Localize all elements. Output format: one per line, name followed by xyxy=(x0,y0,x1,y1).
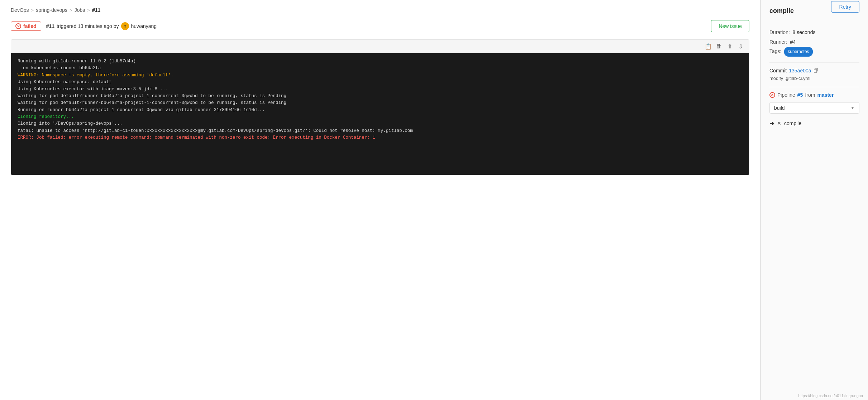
breadcrumb-sep-1: > xyxy=(31,8,34,13)
job-header-left: ✕ failed #11 triggered 13 minutes ago by… xyxy=(11,22,157,31)
breadcrumb-sep-3: > xyxy=(87,8,90,13)
breadcrumb-devops[interactable]: DevOps xyxy=(11,7,29,13)
job-info: #11 triggered 13 minutes ago by ⚙ huwany… xyxy=(46,22,157,30)
terminal-line-6: Waiting for pod default/runner-bb64a2fa-… xyxy=(18,100,743,106)
terminal-toolbar: 📋 🗑 ⇧ ⇩ xyxy=(11,40,749,53)
pipeline-from-text: from xyxy=(805,92,815,98)
breadcrumb-jobs[interactable]: Jobs xyxy=(75,7,85,13)
tags-row: Tags: kubernetes xyxy=(769,47,859,57)
stage-dropdown-label: build xyxy=(774,105,785,111)
terminal-line-9: Cloning into '/DevOps/spring-devops'... xyxy=(18,120,743,127)
job-pipeline-item: ➔ ✕ compile xyxy=(769,119,859,128)
breadcrumb-sep-2: > xyxy=(70,8,72,13)
copy-commit-icon[interactable]: 🗍 xyxy=(814,68,819,73)
terminal-output: Running with gitlab-runner 11.0.2 (1db57… xyxy=(11,53,749,175)
job-number: #11 xyxy=(46,23,54,29)
pipeline-failed-icon: ✕ xyxy=(769,92,775,98)
terminal-line-1: on kubernetes-runner bb64a2fa xyxy=(18,65,743,72)
retry-button[interactable]: Retry xyxy=(831,1,859,13)
failed-x-icon: ✕ xyxy=(15,23,21,29)
commit-row: Commit 135ae00a 🗍 xyxy=(769,68,859,73)
commit-label: Commit xyxy=(769,68,787,73)
terminal-line-11: ERROR: Job failed: error executing remot… xyxy=(18,134,743,141)
user-avatar: ⚙ xyxy=(121,22,129,30)
commit-message: modify .gitlab-ci.yml xyxy=(769,76,859,81)
job-header: ✕ failed #11 triggered 13 minutes ago by… xyxy=(11,20,749,32)
breadcrumb-spring-devops[interactable]: spring-devops xyxy=(36,7,67,13)
job-user: huwanyang xyxy=(131,23,157,29)
breadcrumb: DevOps > spring-devops > Jobs > #11 xyxy=(11,7,749,13)
arrow-right-icon: ➔ xyxy=(769,120,774,127)
runner-row: Runner: #4 xyxy=(769,37,859,47)
duration-label: Duration: xyxy=(769,29,790,35)
pipeline-section: ✕ Pipeline #5 from master build ▼ ➔ ✕ co… xyxy=(769,87,859,128)
terminal-line-3: Using Kubernetes namespace: default xyxy=(18,79,743,86)
terminal-line-10: fatal: unable to access 'http://gitlab-c… xyxy=(18,128,743,134)
terminal-line-7: Running on runner-bb64a2fa-project-1-con… xyxy=(18,107,743,114)
pipeline-row: ✕ Pipeline #5 from master xyxy=(769,92,859,98)
chevron-down-icon: ▼ xyxy=(850,105,855,110)
copy-log-icon[interactable]: 📋 xyxy=(705,43,712,50)
delete-icon[interactable]: 🗑 xyxy=(715,43,722,50)
job-name-label: compile xyxy=(784,120,801,126)
failed-badge: ✕ failed xyxy=(11,22,41,31)
terminal-line-8: Cloning repository... xyxy=(18,114,743,120)
pipeline-branch-link[interactable]: master xyxy=(817,92,834,98)
stage-dropdown[interactable]: build ▼ xyxy=(769,102,859,114)
commit-section: Commit 135ae00a 🗍 modify .gitlab-ci.yml xyxy=(769,62,859,81)
scroll-top-icon[interactable]: ⇧ xyxy=(726,43,733,50)
terminal-wrapper: 📋 🗑 ⇧ ⇩ Running with gitlab-runner 11.0.… xyxy=(11,39,749,175)
sidebar: compile Retry Duration: 8 seconds Runner… xyxy=(760,0,868,400)
terminal-line-4: Using Kubernetes executor with image mav… xyxy=(18,86,743,93)
pipeline-number-link[interactable]: #5 xyxy=(797,92,803,98)
breadcrumb-current: #11 xyxy=(92,7,100,13)
scroll-bottom-icon[interactable]: ⇩ xyxy=(737,43,744,50)
failed-label: failed xyxy=(23,23,37,29)
tags-label: Tags: xyxy=(769,48,781,54)
duration-row: Duration: 8 seconds xyxy=(769,28,859,37)
terminal-line-5: Waiting for pod default/runner-bb64a2fa-… xyxy=(18,93,743,100)
runner-label: Runner: xyxy=(769,39,787,45)
terminal-line-0: Running with gitlab-runner 11.0.2 (1db57… xyxy=(18,58,743,65)
commit-hash-link[interactable]: 135ae00a xyxy=(789,68,811,73)
terminal-line-2: WARNING: Namespace is empty, therefore a… xyxy=(18,72,743,79)
runner-value: #4 xyxy=(790,39,796,45)
sidebar-title: compile xyxy=(769,7,794,15)
tags-value: kubernetes xyxy=(784,47,812,57)
job-failed-icon: ✕ xyxy=(777,120,781,126)
duration-value: 8 seconds xyxy=(793,29,816,35)
sidebar-meta: Duration: 8 seconds Runner: #4 Tags: kub… xyxy=(769,28,859,57)
new-issue-button[interactable]: New issue xyxy=(711,20,749,32)
sidebar-header-row: compile Retry xyxy=(769,7,859,21)
footer-url: https://blog.csdn.net/u011xinqrunguo xyxy=(798,394,863,398)
pipeline-label: Pipeline xyxy=(777,92,795,98)
job-triggered-text: triggered 13 minutes ago by xyxy=(57,23,119,29)
